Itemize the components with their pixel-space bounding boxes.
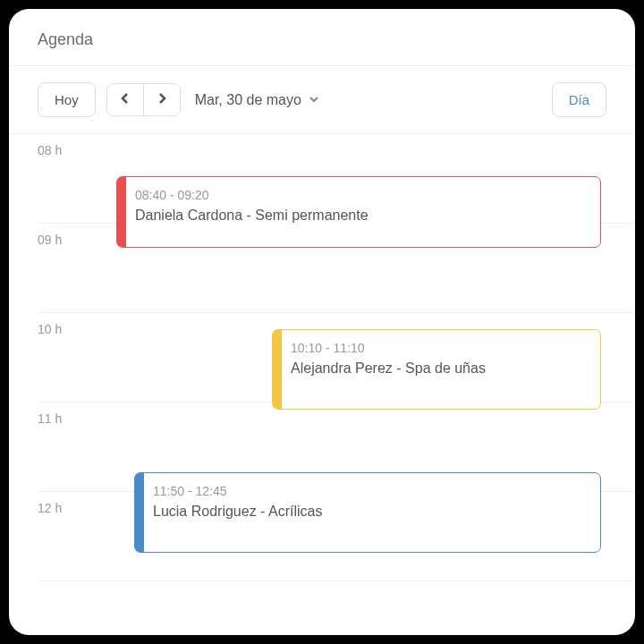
event-title: Daniela Cardona - Semi permanente xyxy=(135,208,588,224)
view-toggle-button[interactable]: Día xyxy=(552,82,606,117)
hour-label: 11 h xyxy=(38,411,91,426)
agenda-window: Agenda Hoy Mar, 30 de mayo Día xyxy=(9,9,635,635)
today-button[interactable]: Hoy xyxy=(38,82,96,117)
prev-day-button[interactable] xyxy=(107,84,144,115)
calendar-event[interactable]: 08:40 - 09:20 Daniela Cardona - Semi per… xyxy=(116,176,601,248)
toolbar: Hoy Mar, 30 de mayo Día xyxy=(9,66,635,134)
chevron-left-icon xyxy=(120,93,131,106)
event-time: 11:50 - 12:45 xyxy=(153,484,588,498)
hour-label: 10 h xyxy=(38,322,91,336)
date-nav-group xyxy=(106,83,181,116)
chevron-right-icon xyxy=(157,93,167,106)
hour-label: 08 h xyxy=(38,143,91,157)
event-title: Alejandra Perez - Spa de uñas xyxy=(291,360,588,377)
header: Agenda xyxy=(9,9,635,66)
next-day-button[interactable] xyxy=(144,84,180,115)
event-time: 10:10 - 11:10 xyxy=(291,341,588,355)
calendar-event[interactable]: 10:10 - 11:10 Alejandra Perez - Spa de u… xyxy=(272,329,601,410)
event-time: 08:40 - 09:20 xyxy=(135,188,588,202)
date-picker[interactable]: Mar, 30 de mayo xyxy=(191,85,323,115)
calendar-grid: 08 h 09 h 10 h 11 h 12 h 08:40 - 09:20 D… xyxy=(9,134,635,581)
current-date-label: Mar, 30 de mayo xyxy=(195,92,301,108)
chevron-down-icon xyxy=(309,92,319,108)
hour-label: 12 h xyxy=(38,501,91,515)
event-title: Lucia Rodriguez - Acrílicas xyxy=(153,504,588,520)
calendar-event[interactable]: 11:50 - 12:45 Lucia Rodriguez - Acrílica… xyxy=(134,472,601,553)
hour-label: 09 h xyxy=(38,233,91,247)
page-title: Agenda xyxy=(38,30,606,49)
